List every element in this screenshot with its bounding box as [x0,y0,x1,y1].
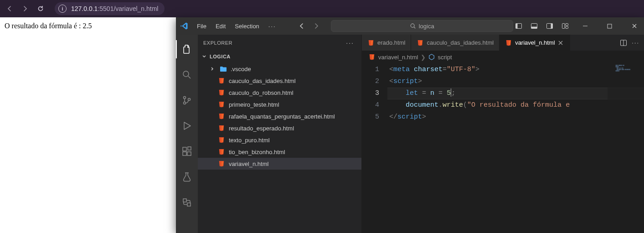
html-file-icon [505,40,512,46]
symbol-icon [428,54,435,60]
vscode-logo-icon [180,21,189,31]
folder-icon [220,66,227,72]
editor-tabs: erado.htmlcauculo_das_idades.htmlvariave… [362,35,644,51]
activity-run-debug-icon[interactable] [176,115,198,137]
activity-search-icon[interactable] [176,64,198,86]
menu-file[interactable]: File [193,21,210,31]
tree-item-label: variavel_n.html [229,161,268,167]
svg-rect-7 [551,24,552,29]
tree-item-label: rafaela_quantas_perguntas_acertei.html [229,113,335,120]
svg-point-19 [188,98,191,101]
tab-label: cauculo_das_idades.html [427,39,494,46]
forward-button[interactable] [20,4,30,14]
split-editor-icon[interactable] [620,39,627,47]
back-button[interactable] [5,4,15,14]
svg-rect-9 [566,24,568,26]
explorer-title: EXPLORER [203,40,232,46]
customize-layout-icon[interactable] [560,21,571,31]
svg-rect-10 [566,26,568,29]
tree-item-label: cauculo_do_robson.html [229,89,294,96]
svg-rect-20 [183,147,186,151]
svg-rect-3 [515,24,517,29]
tree-file-item[interactable]: variavel_n.html [198,158,361,170]
chevron-down-icon [201,54,208,59]
menu-overflow[interactable]: ··· [265,21,280,31]
svg-line-1 [414,27,415,28]
tree-file-item[interactable]: tio_ben_bizonho.html [198,146,361,158]
tree-item-label: texto_puro.html [229,137,270,144]
page-output-text: O resultado da fórmula é : 2.5 [5,22,92,30]
activity-bar [176,35,198,233]
explorer-more-icon[interactable]: ··· [344,39,356,47]
tree-file-item[interactable]: cauculo_do_robson.html [198,87,361,98]
editor-more-icon[interactable]: ··· [632,39,639,46]
html-file-icon [218,101,225,108]
code-editor[interactable]: 1 2 3 4 5 <meta charset="UTF-8"> <script… [362,63,644,233]
command-center[interactable]: logica [331,20,513,32]
tree-file-item[interactable]: texto_puro.html [198,134,361,146]
line-gutter: 1 2 3 4 5 [362,63,387,233]
menu-edit[interactable]: Edit [212,21,229,31]
activity-source-control-icon[interactable] [176,89,198,111]
breadcrumbs[interactable]: variavel_n.html ❯ script [362,51,644,63]
close-icon[interactable] [558,40,564,46]
tree-folder-vscode[interactable]: .vscode [198,63,361,75]
menu-selection[interactable]: Selection [231,21,263,31]
window-minimize-button[interactable] [575,18,595,34]
text-cursor [451,88,451,97]
explorer-sidebar: EXPLORER ··· LOGICA [198,35,362,233]
svg-rect-12 [608,24,612,28]
command-center-text: logica [419,23,434,30]
layout-panel-bottom-icon[interactable] [529,21,540,31]
vscode-titlebar: File Edit Selection ··· logica [176,17,644,35]
site-info-icon[interactable]: i [58,5,67,13]
html-file-icon [218,149,225,155]
tree-file-item[interactable]: resultado_esperado.html [198,122,361,134]
tree-file-item[interactable]: rafaela_quantas_perguntas_acertei.html [198,110,361,122]
tree-file-item[interactable]: cauculo_das_idades.html [198,75,361,87]
editor-area: erado.htmlcauculo_das_idades.htmlvariave… [362,35,644,233]
svg-line-16 [188,76,191,78]
search-icon [410,23,416,29]
editor-forward-button[interactable] [313,22,320,30]
tree-item-label: cauculo_das_idades.html [229,78,296,84]
file-tree: .vscode cauculo_das_idades.htmlcauculo_d… [198,62,361,170]
svg-rect-8 [562,24,565,29]
html-file-icon [218,125,225,131]
editor-tab[interactable]: variavel_n.html [500,35,570,51]
url-text: 127.0.0.1:5501/variavel_n.html [71,5,158,12]
window-maximize-button[interactable] [600,18,620,34]
html-file-icon [417,40,424,46]
explorer-folder-row[interactable]: LOGICA [198,51,361,62]
vscode-window: File Edit Selection ··· logica [176,17,644,233]
html-file-icon [218,78,225,84]
activity-ports-icon[interactable] [176,192,198,213]
breadcrumb-symbol: script [438,54,452,61]
editor-back-button[interactable] [298,22,305,30]
svg-rect-22 [187,152,191,155]
html-file-icon [368,54,376,60]
tab-label: variavel_n.html [515,39,555,46]
url-bar[interactable]: i 127.0.0.1:5501/variavel_n.html [55,2,165,15]
minimap[interactable]: ████ ███████ ███ ██████ ███ █ █ █ ██ ███… [608,63,644,233]
editor-tab[interactable]: erado.html [362,35,411,51]
layout-sidebar-right-icon[interactable] [544,21,555,31]
tree-item-label: tio_ben_bizonho.html [229,149,285,155]
tree-file-item[interactable]: primeiro_teste.html [198,98,361,110]
svg-rect-5 [531,27,537,29]
code-lines: <meta charset="UTF-8"> <script> let = n … [387,63,644,233]
editor-tab[interactable]: cauculo_das_idades.html [411,35,500,51]
reload-button[interactable] [36,4,46,14]
svg-point-18 [184,102,186,104]
activity-testing-icon[interactable] [176,166,198,188]
activity-extensions-icon[interactable] [176,140,198,162]
tree-item-label: .vscode [231,66,251,72]
layout-sidebar-left-icon[interactable] [513,21,524,31]
html-file-icon [218,161,225,167]
tree-item-label: primeiro_teste.html [229,101,279,108]
svg-rect-21 [183,152,186,155]
svg-point-17 [184,97,186,99]
svg-point-0 [411,24,414,27]
window-close-button[interactable] [624,18,644,34]
activity-explorer-icon[interactable] [176,38,198,60]
